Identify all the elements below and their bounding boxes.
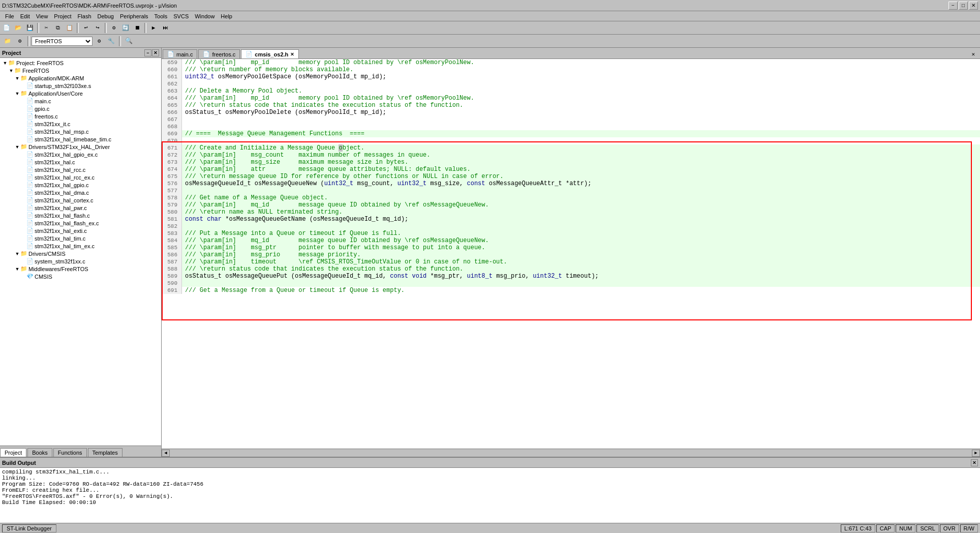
line-content-663: /// Delete a Memory Pool object. [182, 87, 980, 95]
tree-item-cortex[interactable]: 📄 stm32f1xx_hal_cortex.c [0, 196, 161, 204]
tree-item-msp[interactable]: 📄 stm32f1xx_hal_msp.c [0, 128, 161, 135]
tree-item-project[interactable]: ▼ 📁 Project: FreeRTOS [0, 59, 161, 67]
menu-tools[interactable]: Tools [151, 12, 171, 20]
tb-open[interactable]: 📂 [13, 23, 24, 33]
tb-undo[interactable]: ↩ [80, 23, 91, 33]
menu-window[interactable]: Window [192, 12, 218, 20]
tree-item-dma[interactable]: 📄 stm32f1xx_hal_dma.c [0, 189, 161, 196]
menu-edit[interactable]: Edit [17, 12, 33, 20]
code-line-688: 588 /// \return status code that indicat… [162, 265, 980, 273]
tab-project[interactable]: Project [0, 448, 26, 457]
maximize-button[interactable]: □ [959, 2, 968, 10]
tree-item-flash-ex[interactable]: 📄 stm32f1xx_hal_flash_ex.c [0, 219, 161, 227]
editor-tab-main[interactable]: 📄 main.c [163, 49, 197, 58]
tree-item-it[interactable]: 📄 stm32f1xx_it.c [0, 120, 161, 128]
label-system: system_stm32f1xx.c [35, 258, 85, 264]
scroll-right-btn[interactable]: ▶ [972, 450, 980, 457]
icon-tim-ex: 📄 [26, 243, 34, 249]
tb2-icon5[interactable]: 🔍 [123, 36, 134, 46]
tree-item-pwr[interactable]: 📄 stm32f1xx_hal_pwr.c [0, 204, 161, 212]
menu-debug[interactable]: Debug [95, 12, 117, 20]
tb2-icon1[interactable]: 📁 [2, 36, 13, 46]
tb2-icon3[interactable]: ⚙ [94, 36, 105, 46]
tree-item-cmsis[interactable]: 💎 CMSIS [0, 273, 161, 280]
line-num-676: 576 [162, 180, 182, 187]
status-num: NUM [896, 524, 915, 532]
line-content-684: /// \param[in] mq_id message queue ID ob… [182, 237, 980, 244]
menu-help[interactable]: Help [218, 12, 235, 20]
tb-save[interactable]: 💾 [24, 23, 36, 33]
minimize-button[interactable]: − [948, 2, 958, 10]
menu-view[interactable]: View [33, 12, 51, 20]
menu-file[interactable]: File [2, 12, 17, 20]
tb2-icon4[interactable]: 🔧 [106, 36, 117, 46]
icon-project: 📁 [8, 60, 15, 66]
tb-sep4 [144, 23, 146, 33]
line-num-672: 672 [162, 152, 182, 159]
code-line-660: 660 /// \return number of memory blocks … [162, 66, 980, 73]
tree-item-startup[interactable]: 📄 startup_stm32f103xe.s [0, 82, 161, 90]
tree-item-gpio[interactable]: 📄 gpio.c [0, 105, 161, 112]
tree-item-middlewares[interactable]: ▼ 📁 Middlewares/FreeRTOS [0, 265, 161, 273]
scroll-left-btn[interactable]: ◀ [162, 450, 170, 457]
tb-stop[interactable]: ⏹ [132, 23, 143, 33]
icon-gpio-ex: 📄 [26, 151, 34, 158]
icon-middlewares: 📁 [20, 265, 27, 272]
build-close-btn[interactable]: ✕ [971, 459, 978, 466]
code-line-661: 661 uint32_t osMemoryPoolGetSpace (osMem… [162, 73, 980, 80]
tb2-icon2[interactable]: ⚙ [14, 36, 25, 46]
icon-app-mdk: 📁 [20, 75, 27, 81]
icon-freertos: 📁 [14, 67, 21, 74]
tree-item-flash[interactable]: 📄 stm32f1xx_hal_flash.c [0, 212, 161, 219]
h-scrollbar[interactable]: ◀ ▶ [162, 449, 980, 457]
tb-build[interactable]: ⚙ [108, 23, 119, 33]
tree-item-rcc-ex[interactable]: 📄 stm32f1xx_hal_rcc_ex.c [0, 173, 161, 181]
panel-minimize-btn[interactable]: − [144, 49, 151, 56]
editor-tab-freertos[interactable]: 📄 freertos.c [198, 49, 240, 58]
menu-project[interactable]: Project [51, 12, 74, 20]
editor-tab-cmsis[interactable]: 📄 cmsis_os2.h ✕ [241, 49, 299, 58]
menu-peripherals[interactable]: Peripherals [117, 12, 151, 20]
line-num-691: 691 [162, 287, 182, 294]
tb-debug[interactable]: ▶ [148, 23, 159, 33]
line-num-663: 663 [162, 87, 182, 95]
tree-item-rcc[interactable]: 📄 stm32f1xx_hal_rcc.c [0, 166, 161, 173]
tb-step[interactable]: ⏭ [160, 23, 171, 33]
tree-item-app-user[interactable]: ▼ 📁 Application/User/Core [0, 90, 161, 97]
line-content-681: const char *osMessageQueueGetName (osMes… [182, 216, 980, 223]
tb-paste[interactable]: 📋 [64, 23, 75, 33]
tree-item-freertos-c[interactable]: 📄 freertos.c [0, 112, 161, 120]
tb-sep1 [37, 23, 39, 33]
tree-item-gpio-ex[interactable]: 📄 stm32f1xx_hal_gpio_ex.c [0, 151, 161, 158]
tab-templates[interactable]: Templates [88, 448, 122, 457]
scroll-track[interactable] [170, 450, 972, 457]
tree-item-drivers-cmsis[interactable]: ▼ 📁 Drivers/CMSIS [0, 250, 161, 257]
tab-cmsis-close[interactable]: ✕ [290, 52, 294, 57]
tb-redo[interactable]: ↪ [92, 23, 103, 33]
menu-flash[interactable]: Flash [75, 12, 95, 20]
tb-copy[interactable]: ⧉ [52, 23, 64, 33]
tree-item-hal[interactable]: 📄 stm32f1xx_hal.c [0, 158, 161, 166]
menu-svcs[interactable]: SVCS [170, 12, 192, 20]
tree-item-drivers-hal[interactable]: ▼ 📁 Drivers/STM32F1xx_HAL_Driver [0, 143, 161, 151]
tb-new[interactable]: 📄 [1, 23, 12, 33]
target-combo[interactable]: FreeRTOS [32, 37, 93, 46]
tb-rebuild[interactable]: 🔄 [120, 23, 131, 33]
tree-item-system[interactable]: 📄 system_stm32f1xx.c [0, 257, 161, 265]
tree-item-timebase[interactable]: 📄 stm32f1xx_hal_timebase_tim.c [0, 135, 161, 143]
tree-item-main[interactable]: 📄 main.c [0, 97, 161, 105]
editor-close-btn[interactable]: ✕ [968, 50, 978, 58]
tree-item-tim-ex[interactable]: 📄 stm32f1xx_hal_tim_ex.c [0, 242, 161, 250]
code-line-664: 664 /// \param[in] mp_id memory pool ID … [162, 95, 980, 102]
tree-item-freertos[interactable]: ▼ 📁 FreeRTOS [0, 67, 161, 74]
close-button[interactable]: ✕ [969, 2, 978, 10]
tree-item-gpio-c[interactable]: 📄 stm32f1xx_hal_gpio.c [0, 181, 161, 189]
panel-close-btn[interactable]: ✕ [152, 49, 159, 56]
tree-item-app-mdk[interactable]: ▼ 📁 Application/MDK-ARM [0, 74, 161, 82]
code-editor[interactable]: 659 /// \param[in] mp_id memory pool ID … [162, 59, 980, 449]
tree-item-exti[interactable]: 📄 stm32f1xx_hal_exti.c [0, 227, 161, 234]
tree-item-tim[interactable]: 📄 stm32f1xx_hal_tim.c [0, 234, 161, 242]
tb-cut[interactable]: ✂ [41, 23, 52, 33]
tab-functions[interactable]: Functions [53, 448, 87, 457]
tab-books[interactable]: Books [27, 448, 52, 457]
